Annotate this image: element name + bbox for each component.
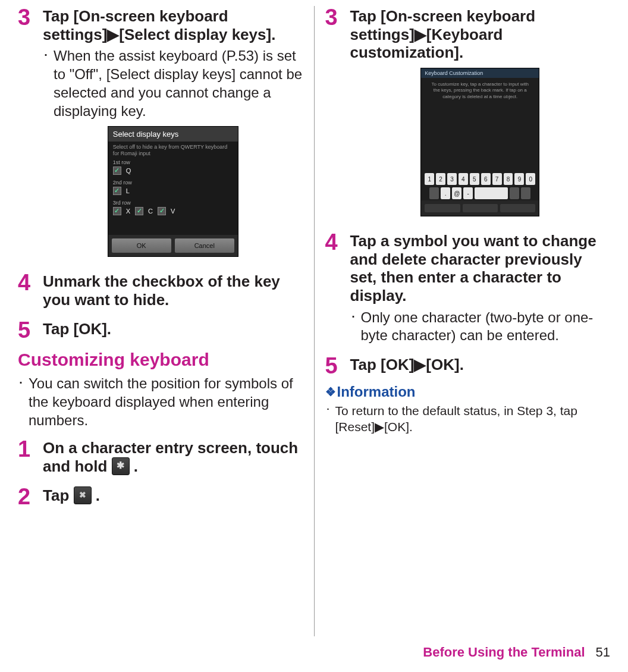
keyboard-space-key[interactable] xyxy=(475,187,508,199)
step-title-part-b: [OK]. xyxy=(426,356,464,373)
row2-label: 2nd row xyxy=(113,180,233,186)
step-title-part-a: Tap [OK] xyxy=(350,356,415,373)
keyboard-key[interactable]: 4 xyxy=(459,173,468,185)
right-step-4: 4 Tap a symbol you want to change and de… xyxy=(325,231,611,348)
bottom-button[interactable] xyxy=(463,204,498,212)
right-arrow-icon: ▶ xyxy=(414,356,426,373)
key-letter: X xyxy=(126,208,130,215)
key-letter: L xyxy=(126,187,130,194)
keyboard-key[interactable] xyxy=(429,187,439,199)
page-columns: 3 Tap [On-screen keyboard settings]▶[Sel… xyxy=(10,6,618,636)
cancel-button[interactable]: Cancel xyxy=(175,238,234,253)
bullet-dot-icon: ･ xyxy=(350,309,356,345)
footer-section-title: Before Using the Terminal xyxy=(423,645,585,660)
bullet-dot-icon: ･ xyxy=(325,403,331,435)
keyboard-key[interactable]: - xyxy=(463,187,473,199)
bullet-text: When the assist keyboard (P.53) is set t… xyxy=(54,47,303,120)
column-divider xyxy=(314,6,315,636)
step-title-part-a: On a character entry screen, touch and h… xyxy=(43,439,298,475)
keyboard-key[interactable]: 5 xyxy=(470,173,479,185)
keyboard-key[interactable]: 9 xyxy=(514,173,524,185)
keyboard-key[interactable]: @ xyxy=(452,187,461,199)
step-number: 3 xyxy=(18,6,33,265)
step-title: Tap a symbol you want to change and dele… xyxy=(350,232,611,305)
step-title-part-a: Tap xyxy=(43,486,74,504)
keyboard-key[interactable]: 8 xyxy=(504,173,513,185)
keyboard-key[interactable]: 1 xyxy=(425,173,434,185)
key-letter: Q xyxy=(126,167,131,174)
checkbox-q[interactable] xyxy=(113,167,121,175)
step-title: Unmark the checkbox of the key you want … xyxy=(43,272,303,309)
checkbox-c[interactable] xyxy=(135,207,143,215)
footer-page-number: 51 xyxy=(596,645,610,660)
key-letter: C xyxy=(148,208,153,215)
bottom-button[interactable] xyxy=(500,204,535,212)
step-number: 3 xyxy=(325,6,341,225)
row1-label: 1st row xyxy=(113,159,233,165)
step-title-part-b: . xyxy=(130,457,138,475)
step-title: Tap . xyxy=(43,486,303,505)
screen-header: Keyboard Customization xyxy=(421,68,539,78)
right-step-5: 5 Tap [OK]▶[OK]. xyxy=(325,354,611,378)
keyboard-key[interactable]: 0 xyxy=(526,173,535,185)
row3-label: 3rd row xyxy=(113,200,233,206)
left-step-3: 3 Tap [On-screen keyboard settings]▶[Sel… xyxy=(18,6,303,265)
left-step-4: 4 Unmark the checkbox of the key you wan… xyxy=(18,271,303,312)
right-arrow-icon: ▶ xyxy=(375,420,384,434)
right-arrow-icon: ▶ xyxy=(107,26,119,43)
intro-bullet: ･ You can switch the position for symbol… xyxy=(18,375,303,429)
dialog-description: Select off to hide a key from QWERTY key… xyxy=(108,142,238,158)
checkbox-x[interactable] xyxy=(113,207,121,215)
step-number: 4 xyxy=(325,231,341,348)
checkbox-l[interactable] xyxy=(113,187,121,195)
step-title: Tap [On-screen keyboard settings]▶[Selec… xyxy=(43,7,303,43)
intro-text: You can switch the position for symbols … xyxy=(29,375,303,429)
onscreen-keyboard: 1 2 3 4 5 6 7 8 9 0 xyxy=(421,172,539,216)
step-number: 5 xyxy=(325,354,341,378)
checkbox-v[interactable] xyxy=(158,207,166,215)
custom-step-2: 2 Tap . xyxy=(18,485,303,508)
keyboard-key[interactable] xyxy=(510,187,519,199)
info-text-a: To return to the default status, in Step… xyxy=(335,404,577,434)
info-bullet: ･ To return to the default status, in St… xyxy=(325,403,611,435)
step-title: Tap [OK]▶[OK]. xyxy=(350,356,611,374)
symbol-key-icon xyxy=(112,457,130,475)
keyboard-key[interactable]: 2 xyxy=(436,173,445,185)
info-text-b: [OK]. xyxy=(384,420,413,434)
bullet-dot-icon: ･ xyxy=(43,47,49,120)
sub-bullet: ･ When the assist keyboard (P.53) is set… xyxy=(43,47,303,120)
step-number: 5 xyxy=(18,319,33,342)
page-footer: Before Using the Terminal 51 xyxy=(423,645,610,660)
sub-bullet: ･ Only one character (two-byte or one-by… xyxy=(350,309,611,345)
settings-key-icon xyxy=(74,486,92,504)
keyboard-key[interactable] xyxy=(521,187,530,199)
step-title: On a character entry screen, touch and h… xyxy=(43,439,303,475)
step-title-part-b: [Select display keys]. xyxy=(119,26,275,43)
keyboard-key[interactable]: 7 xyxy=(492,173,502,185)
step-number: 2 xyxy=(18,485,33,508)
keyboard-key[interactable]: 3 xyxy=(447,173,457,185)
select-display-keys-screenshot: Select display keys Select off to hide a… xyxy=(108,126,238,257)
dialog-title: Select display keys xyxy=(108,127,238,142)
step-number: 4 xyxy=(18,271,33,312)
right-column: 3 Tap [On-screen keyboard settings]▶[Key… xyxy=(317,6,619,636)
right-arrow-icon: ▶ xyxy=(415,26,426,43)
keyboard-customization-screenshot: Keyboard Customization To customize key,… xyxy=(420,68,539,216)
keyboard-key[interactable]: 6 xyxy=(481,173,491,185)
custom-step-1: 1 On a character entry screen, touch and… xyxy=(18,438,303,479)
keyboard-key[interactable]: . xyxy=(441,187,450,199)
key-letter: V xyxy=(171,208,175,215)
bullet-text: Only one character (two-byte or one-byte… xyxy=(361,309,611,345)
left-column: 3 Tap [On-screen keyboard settings]▶[Sel… xyxy=(10,6,312,636)
info-bullet-text: To return to the default status, in Step… xyxy=(335,403,611,435)
screen-message: To customize key, tap a character to inp… xyxy=(421,78,539,106)
information-heading: ❖Information xyxy=(325,384,611,400)
right-step-3: 3 Tap [On-screen keyboard settings]▶[Key… xyxy=(325,6,611,225)
bullet-dot-icon: ･ xyxy=(18,375,24,429)
ok-button[interactable]: OK xyxy=(112,238,171,253)
bottom-button[interactable] xyxy=(425,204,460,212)
step-title-part-b: . xyxy=(92,486,100,504)
left-step-5: 5 Tap [OK]. xyxy=(18,319,303,342)
step-title: Tap [OK]. xyxy=(43,320,303,338)
step-body: Tap [On-screen keyboard settings]▶[Selec… xyxy=(43,6,303,265)
